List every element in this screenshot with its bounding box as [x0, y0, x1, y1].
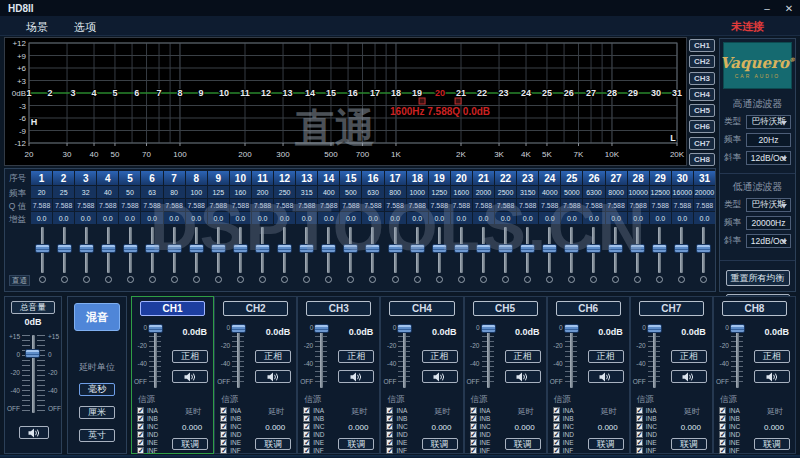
band-select-radio[interactable] [538, 275, 560, 283]
band-drag-handle[interactable] [455, 98, 461, 104]
radio-circle[interactable] [458, 276, 465, 283]
radio-circle[interactable] [414, 276, 421, 283]
fader-handle[interactable] [520, 244, 535, 253]
band-select-radio[interactable] [428, 275, 450, 283]
channel-tab-ch5[interactable]: CH5 [689, 104, 715, 117]
band-fader[interactable] [340, 227, 362, 273]
fader-track[interactable] [403, 326, 406, 388]
input-checkbox-inb[interactable]: ✓ [553, 415, 560, 422]
link-button[interactable]: 联调 [754, 438, 790, 450]
phase-button[interactable]: 正相 [754, 350, 790, 363]
fader-track[interactable] [237, 326, 240, 388]
band-number-cell[interactable]: 25 [561, 171, 582, 185]
band-fader[interactable] [384, 227, 406, 273]
fader-handle[interactable] [432, 244, 447, 253]
band-select-radio[interactable] [119, 275, 141, 283]
input-checkbox-inb[interactable]: ✓ [470, 415, 477, 422]
input-checkbox-inc[interactable]: ✓ [553, 423, 560, 430]
mute-button[interactable] [172, 370, 208, 383]
radio-circle[interactable] [634, 276, 641, 283]
fader-handle[interactable] [397, 324, 412, 333]
band-select-radio[interactable] [141, 275, 163, 283]
fader-handle[interactable] [365, 244, 380, 253]
band-fader[interactable] [141, 227, 163, 273]
radio-circle[interactable] [678, 276, 685, 283]
reset-all-eq-button[interactable]: 重置所有均衡 [726, 270, 790, 286]
input-checkbox-ina[interactable]: ✓ [553, 407, 560, 414]
fader-handle[interactable] [652, 244, 667, 253]
band-fader[interactable] [516, 227, 538, 273]
radio-circle[interactable] [590, 276, 597, 283]
input-checkbox-ine[interactable]: ✓ [470, 439, 477, 446]
fader-track[interactable] [736, 326, 739, 388]
delay-unit-button-3[interactable]: 英寸 [79, 429, 115, 442]
input-checkbox-ind[interactable]: ✓ [470, 431, 477, 438]
band-select-radio[interactable] [75, 275, 97, 283]
band-fader[interactable] [561, 227, 583, 273]
band-select-radio[interactable] [627, 275, 649, 283]
radio-circle[interactable] [171, 276, 178, 283]
fader-handle[interactable] [321, 244, 336, 253]
fader-handle[interactable] [696, 244, 711, 253]
band-number-cell[interactable]: 2 [53, 171, 74, 185]
band-select-radio[interactable] [472, 275, 494, 283]
menu-item-1[interactable]: 场景 [26, 21, 48, 33]
band-fader[interactable] [230, 227, 252, 273]
band-fader[interactable] [163, 227, 185, 273]
band-fader[interactable] [296, 227, 318, 273]
input-checkbox-ina[interactable]: ✓ [470, 407, 477, 414]
band-number-cell[interactable]: 24 [539, 171, 560, 185]
input-checkbox-inf[interactable]: ✓ [386, 447, 393, 454]
band-select-radio[interactable] [97, 275, 119, 283]
band-select-radio[interactable] [605, 275, 627, 283]
band-number-cell[interactable]: 26 [583, 171, 604, 185]
input-checkbox-inc[interactable]: ✓ [220, 423, 227, 430]
lpf-slope-select[interactable]: 12dB/Oct [746, 234, 791, 248]
band-drag-handle[interactable] [419, 98, 425, 104]
radio-circle[interactable] [61, 276, 68, 283]
radio-circle[interactable] [325, 276, 332, 283]
band-fader[interactable] [362, 227, 384, 273]
band-select-radio[interactable] [406, 275, 428, 283]
band-select-radio[interactable] [450, 275, 472, 283]
band-number-cell[interactable]: 30 [672, 171, 693, 185]
radio-circle[interactable] [392, 276, 399, 283]
radio-circle[interactable] [237, 276, 244, 283]
input-checkbox-inb[interactable]: ✓ [386, 415, 393, 422]
band-select-radio[interactable] [296, 275, 318, 283]
radio-circle[interactable] [281, 276, 288, 283]
link-button[interactable]: 联调 [671, 438, 707, 450]
band-fader[interactable] [185, 227, 207, 273]
band-number-cell[interactable]: 4 [97, 171, 118, 185]
band-fader[interactable] [693, 227, 715, 273]
phase-button[interactable]: 正相 [588, 350, 624, 363]
radio-circle[interactable] [546, 276, 553, 283]
fader-handle[interactable] [586, 244, 601, 253]
fader-handle[interactable] [211, 244, 226, 253]
band-select-radio[interactable] [274, 275, 296, 283]
link-button[interactable]: 联调 [338, 438, 374, 450]
channel-tab-ch3[interactable]: CH3 [689, 72, 715, 85]
band-number-cell[interactable]: 13 [296, 171, 317, 185]
input-checkbox-ina[interactable]: ✓ [386, 407, 393, 414]
band-fader[interactable] [583, 227, 605, 273]
fader-handle[interactable] [101, 244, 116, 253]
input-checkbox-inf[interactable]: ✓ [719, 447, 726, 454]
channel-tab-ch4[interactable]: CH4 [689, 88, 715, 101]
input-checkbox-inf[interactable]: ✓ [636, 447, 643, 454]
band-fader[interactable] [450, 227, 472, 273]
input-checkbox-inc[interactable]: ✓ [386, 423, 393, 430]
radio-circle[interactable] [524, 276, 531, 283]
fader-handle[interactable] [167, 244, 182, 253]
radio-circle[interactable] [656, 276, 663, 283]
radio-circle[interactable] [39, 276, 46, 283]
fader-handle[interactable] [299, 244, 314, 253]
band-fader[interactable] [494, 227, 516, 273]
band-fader[interactable] [53, 227, 75, 273]
fader-handle[interactable] [314, 324, 329, 333]
radio-circle[interactable] [149, 276, 156, 283]
fader-handle[interactable] [277, 244, 292, 253]
radio-circle[interactable] [127, 276, 134, 283]
fader-handle[interactable] [388, 244, 403, 253]
band-number-cell[interactable]: 9 [208, 171, 229, 185]
